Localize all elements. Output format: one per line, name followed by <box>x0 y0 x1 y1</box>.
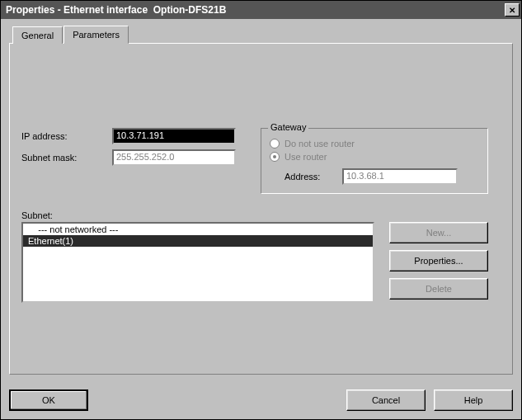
bottom-bar: OK Cancel Help <box>1 383 521 419</box>
subnet-row: --- not networked --- Ethernet(1) New...… <box>21 222 501 303</box>
mask-label: Subnet mask: <box>21 153 112 163</box>
subnet-mask-input[interactable]: 255.255.252.0 <box>112 149 236 166</box>
gateway-address-input[interactable]: 10.3.68.1 <box>342 168 458 185</box>
tab-parameters[interactable]: Parameters <box>63 26 129 44</box>
radio-icon <box>270 152 280 162</box>
dialog-body: General Parameters IP address: 10.3.71.1… <box>1 19 521 383</box>
gateway-legend: Gateway <box>268 122 308 132</box>
new-button[interactable]: New... <box>389 222 488 243</box>
tabpanel-parameters: IP address: 10.3.71.191 Subnet mask: 255… <box>9 43 513 375</box>
subnet-buttons: New... Properties... Delete <box>389 222 488 300</box>
gateway-group: Gateway Do not use router Use router Add… <box>261 128 488 194</box>
tab-general[interactable]: General <box>12 26 63 44</box>
list-item[interactable]: Ethernet(1) <box>23 235 373 247</box>
delete-button[interactable]: Delete <box>389 278 488 300</box>
radio-dot-icon <box>273 155 276 158</box>
gateway-address-row: Address: 10.3.68.1 <box>270 168 479 185</box>
subnet-area: Subnet: --- not networked --- Ethernet(1… <box>21 210 501 303</box>
list-item[interactable]: --- not networked --- <box>23 224 373 235</box>
radio-no-router[interactable]: Do not use router <box>270 139 479 149</box>
radio-icon <box>270 139 280 149</box>
ip-label: IP address: <box>21 131 112 141</box>
ok-button[interactable]: OK <box>9 389 88 411</box>
window-title: Properties - Ethernet interface Option-D… <box>6 4 505 16</box>
properties-dialog: Properties - Ethernet interface Option-D… <box>0 0 522 420</box>
radio-use-router[interactable]: Use router <box>270 152 479 162</box>
subnet-listbox[interactable]: --- not networked --- Ethernet(1) <box>21 222 374 303</box>
tabstrip: General Parameters <box>12 26 513 43</box>
help-button[interactable]: Help <box>434 389 513 411</box>
radio-use-router-label: Use router <box>285 152 327 162</box>
cancel-button[interactable]: Cancel <box>346 389 426 411</box>
properties-button[interactable]: Properties... <box>389 250 488 271</box>
titlebar: Properties - Ethernet interface Option-D… <box>1 1 521 19</box>
subnet-label: Subnet: <box>21 210 501 220</box>
ip-address-input[interactable]: 10.3.71.191 <box>112 128 236 144</box>
top-area: IP address: 10.3.71.191 Subnet mask: 255… <box>21 128 501 194</box>
radio-no-router-label: Do not use router <box>285 139 355 149</box>
address-column: IP address: 10.3.71.191 Subnet mask: 255… <box>21 128 261 171</box>
gateway-address-label: Address: <box>285 172 342 182</box>
spacer <box>96 389 338 411</box>
close-button[interactable]: ✕ <box>505 3 520 17</box>
mask-row: Subnet mask: 255.255.252.0 <box>21 149 261 166</box>
ip-row: IP address: 10.3.71.191 <box>21 128 261 144</box>
close-icon: ✕ <box>509 6 515 15</box>
